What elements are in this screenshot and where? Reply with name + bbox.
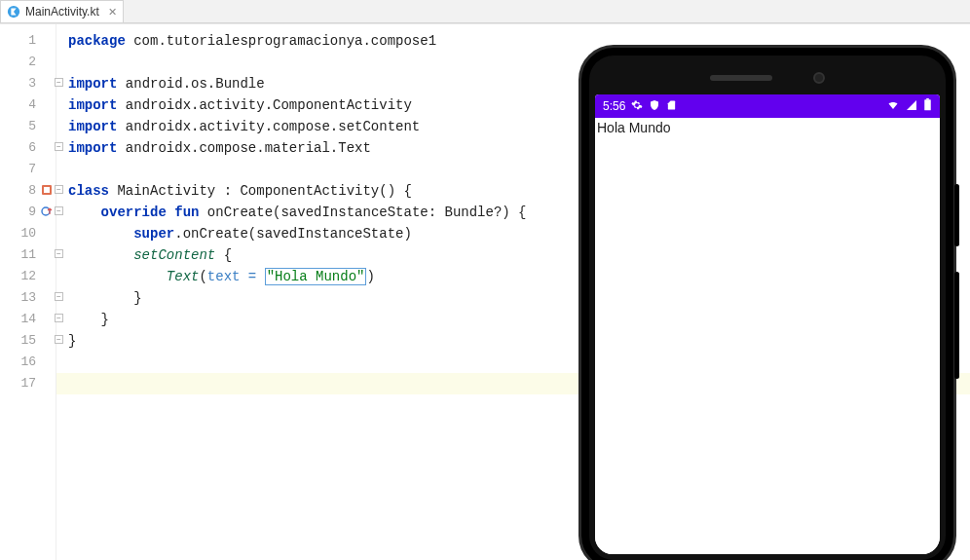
- shield-icon: [649, 99, 660, 114]
- camera-icon: [813, 72, 825, 84]
- fold-icon[interactable]: −: [55, 249, 63, 258]
- fold-icon[interactable]: −: [55, 206, 63, 215]
- svg-point-3: [42, 207, 50, 215]
- editor-tab-mainactivity[interactable]: MainActivity.kt ✕: [0, 0, 124, 22]
- line-number: 8: [0, 180, 56, 202]
- battery-icon: [923, 98, 932, 114]
- status-time: 5:56: [603, 99, 625, 113]
- app-content: Hola Mundo: [595, 118, 940, 554]
- line-number: 15: [0, 330, 56, 352]
- fold-icon[interactable]: −: [55, 78, 63, 87]
- line-number: 5: [0, 116, 56, 137]
- line-number: 12: [0, 266, 56, 287]
- line-number: 11: [0, 244, 56, 266]
- wifi-icon: [886, 99, 900, 114]
- compose-preview-icon[interactable]: [40, 183, 54, 197]
- android-status-bar: 5:56: [595, 94, 940, 118]
- line-number: 16: [0, 352, 56, 373]
- sd-card-icon: [666, 99, 677, 114]
- line-number: 10: [0, 223, 56, 244]
- editor-tab-bar: MainActivity.kt ✕: [0, 0, 970, 23]
- close-icon[interactable]: ✕: [108, 6, 117, 19]
- svg-rect-2: [44, 187, 50, 193]
- tab-filename: MainActivity.kt: [25, 5, 99, 19]
- line-number: 9: [0, 202, 56, 223]
- fold-icon[interactable]: −: [55, 142, 63, 151]
- svg-rect-5: [926, 98, 929, 99]
- fold-icon[interactable]: −: [55, 314, 63, 322]
- emulator-screen[interactable]: 5:56: [595, 94, 940, 554]
- fold-icon[interactable]: −: [55, 292, 63, 301]
- line-number: 1: [0, 30, 56, 52]
- line-number: 4: [0, 94, 56, 116]
- line-number: 6: [0, 137, 56, 159]
- fold-icon[interactable]: −: [55, 185, 63, 194]
- string-literal-selected: "Hola Mundo": [265, 268, 367, 285]
- signal-icon: [906, 99, 917, 114]
- line-number: 7: [0, 159, 56, 180]
- line-number-gutter: 1 2 3 4 5 6 7 8 9 10 11 12 13 14 15 16 1…: [0, 24, 56, 560]
- device-notch: [595, 61, 940, 94]
- line-number: 17: [0, 373, 56, 394]
- override-gutter-icon[interactable]: [40, 205, 54, 218]
- fold-icon[interactable]: −: [55, 335, 63, 344]
- kotlin-file-icon: [7, 5, 20, 19]
- line-number: 2: [0, 52, 56, 73]
- gear-icon: [631, 99, 643, 114]
- line-number: 14: [0, 309, 56, 330]
- app-text-label: Hola Mundo: [597, 120, 671, 135]
- emulator-device-frame: 5:56: [578, 45, 956, 560]
- line-number: 13: [0, 287, 56, 309]
- speaker-icon: [710, 75, 772, 81]
- line-number: 3: [0, 73, 56, 94]
- svg-rect-4: [924, 99, 931, 110]
